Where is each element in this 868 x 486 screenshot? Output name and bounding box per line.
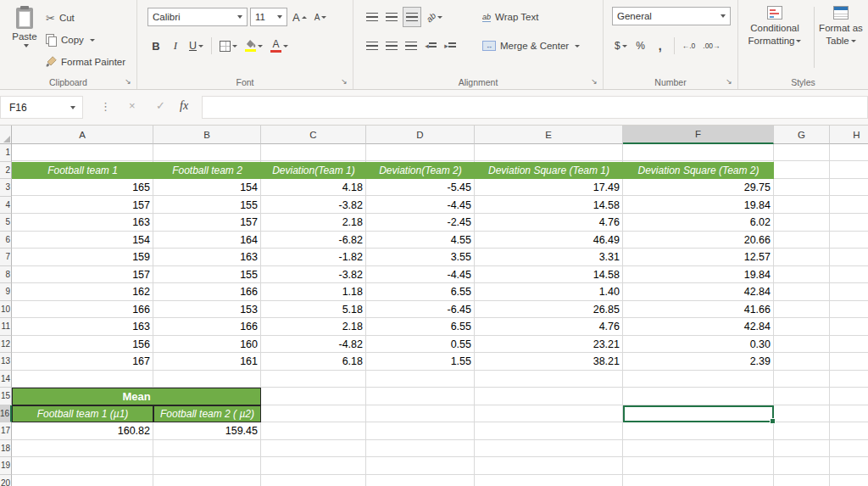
cell-C11[interactable]: 2.18 — [261, 318, 366, 336]
cell-E7[interactable]: 3.31 — [475, 249, 623, 266]
cell-B10[interactable]: 153 — [153, 301, 261, 319]
cell-A6[interactable]: 154 — [12, 232, 153, 249]
cell-B13[interactable]: 161 — [153, 353, 261, 371]
cell-A7[interactable]: 159 — [12, 249, 153, 266]
cell-F7[interactable]: 12.57 — [623, 249, 774, 266]
cell-C4[interactable]: -3.82 — [261, 197, 366, 215]
row-header-16[interactable]: 16 — [0, 405, 12, 423]
cell-mean-value-B17[interactable]: 159.45 — [153, 422, 261, 440]
row-header-9[interactable]: 9 — [0, 283, 12, 301]
column-header-G[interactable]: G — [774, 126, 830, 144]
format-as-table-button[interactable]: Format as Table — [815, 3, 867, 73]
cut-button[interactable]: ✂ Cut — [46, 8, 75, 27]
cell-A11[interactable]: 163 — [12, 318, 153, 336]
cell-D8[interactable]: -4.45 — [366, 266, 475, 284]
row-header-6[interactable]: 6 — [0, 232, 12, 249]
row-header-19[interactable]: 19 — [0, 457, 12, 475]
cell-C3[interactable]: 4.18 — [261, 179, 366, 197]
cell-F4[interactable]: 19.84 — [623, 197, 774, 215]
cell-F9[interactable]: 42.84 — [623, 283, 774, 301]
cell-D6[interactable]: 4.55 — [366, 232, 475, 249]
cell-D10[interactable]: -6.45 — [366, 301, 475, 319]
cell-mean-header-B16[interactable]: Football team 2 ( µ2) — [153, 405, 261, 423]
align-right-button[interactable] — [403, 36, 420, 56]
cell-B3[interactable]: 154 — [153, 179, 261, 197]
cell-C10[interactable]: 5.18 — [261, 301, 366, 319]
cell-A13[interactable]: 167 — [12, 353, 153, 371]
select-all-corner[interactable] — [0, 126, 12, 144]
cell-B6[interactable]: 164 — [153, 232, 261, 249]
cell-D11[interactable]: 6.55 — [366, 318, 475, 336]
enter-icon[interactable]: ✓ — [156, 99, 165, 112]
cell-C8[interactable]: -3.82 — [261, 266, 366, 284]
cell-E11[interactable]: 4.76 — [475, 318, 623, 336]
cell-D9[interactable]: 6.55 — [366, 283, 475, 301]
cell-C12[interactable]: -4.82 — [261, 336, 366, 354]
cell-B8[interactable]: 155 — [153, 266, 261, 284]
cell-D7[interactable]: 3.55 — [366, 249, 475, 266]
cancel-icon[interactable]: × — [129, 99, 136, 112]
align-bottom-button[interactable] — [403, 7, 421, 27]
cell-E4[interactable]: 14.58 — [475, 197, 623, 215]
cell-D13[interactable]: 1.55 — [366, 353, 475, 371]
decrease-indent-button[interactable]: ◂ — [422, 36, 439, 56]
conditional-formatting-button[interactable]: Conditional Formatting — [742, 3, 808, 73]
cell-A5[interactable]: 163 — [12, 214, 153, 232]
copy-button[interactable]: Copy — [46, 31, 95, 49]
cell-B5[interactable]: 157 — [153, 214, 261, 232]
cell-mean-value-A17[interactable]: 160.82 — [12, 422, 153, 440]
column-header-E[interactable]: E — [475, 126, 623, 144]
row-header-12[interactable]: 12 — [0, 336, 12, 354]
cell-A8[interactable]: 157 — [12, 266, 153, 284]
row-header-2[interactable]: 2 — [0, 162, 12, 180]
cell-D4[interactable]: -4.45 — [366, 197, 475, 215]
format-painter-button[interactable]: Format Painter — [46, 53, 125, 71]
cell-mean-header-A16[interactable]: Football team 1 (µ1) — [12, 405, 153, 423]
cell-D5[interactable]: -2.45 — [366, 214, 475, 232]
row-header-15[interactable]: 15 — [0, 388, 12, 405]
cell-D3[interactable]: -5.45 — [366, 179, 475, 197]
cell-A12[interactable]: 156 — [12, 336, 153, 354]
cell-A9[interactable]: 162 — [12, 283, 153, 301]
increase-decimal-button[interactable]: ←.0 — [680, 36, 698, 56]
fill-color-button[interactable] — [242, 36, 265, 56]
paste-button[interactable]: Paste — [5, 4, 44, 74]
alignment-dialog-launcher-icon[interactable]: ↘ — [589, 76, 599, 87]
clipboard-dialog-launcher-icon[interactable]: ↘ — [123, 76, 133, 87]
shrink-font-button[interactable]: A — [312, 7, 330, 27]
orientation-button[interactable]: ab — [424, 7, 445, 27]
cell-C13[interactable]: 6.18 — [261, 353, 366, 371]
align-middle-button[interactable] — [383, 7, 400, 27]
column-header-A[interactable]: A — [12, 126, 153, 144]
cell-C7[interactable]: -1.82 — [261, 249, 366, 266]
row-header-11[interactable]: 11 — [0, 318, 12, 336]
comma-style-button[interactable]: , — [652, 36, 669, 56]
column-header-B[interactable]: B — [153, 126, 261, 144]
formula-input[interactable] — [202, 96, 868, 119]
row-header-7[interactable]: 7 — [0, 249, 12, 266]
row-header-13[interactable]: 13 — [0, 353, 12, 371]
bold-button[interactable]: B — [147, 36, 164, 56]
font-dialog-launcher-icon[interactable]: ↘ — [339, 76, 349, 87]
row-header-17[interactable]: 17 — [0, 422, 12, 440]
cell-F13[interactable]: 2.39 — [623, 353, 774, 371]
header-cell-F2[interactable]: Deviation Square (Team 2) — [623, 162, 774, 180]
cell-F10[interactable]: 41.66 — [623, 301, 774, 319]
cell-B4[interactable]: 155 — [153, 197, 261, 215]
font-name-combo[interactable]: Calibri — [147, 8, 248, 26]
cell-E6[interactable]: 46.49 — [475, 232, 623, 249]
column-header-C[interactable]: C — [261, 126, 366, 144]
cell-F5[interactable]: 6.02 — [623, 214, 774, 232]
cell-A10[interactable]: 166 — [12, 301, 153, 319]
name-box[interactable]: F16 — [0, 96, 83, 119]
cell-F6[interactable]: 20.66 — [623, 232, 774, 249]
align-left-button[interactable] — [364, 36, 381, 56]
cell-C5[interactable]: 2.18 — [261, 214, 366, 232]
cell-B7[interactable]: 163 — [153, 249, 261, 266]
increase-indent-button[interactable]: ▸ — [442, 36, 459, 56]
align-top-button[interactable] — [364, 7, 381, 27]
underline-button[interactable]: U — [186, 36, 206, 56]
italic-button[interactable]: I — [167, 36, 184, 56]
insert-function-icon[interactable]: fx — [180, 99, 188, 113]
cell-E3[interactable]: 17.49 — [475, 179, 623, 197]
